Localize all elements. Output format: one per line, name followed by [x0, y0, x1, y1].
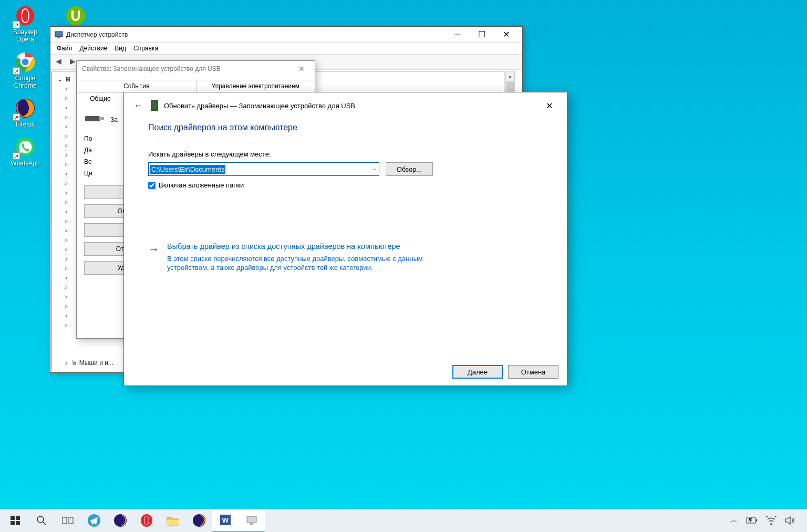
start-button[interactable]	[2, 509, 28, 532]
menu-view[interactable]: Вид	[115, 45, 126, 52]
arrow-right-icon: →	[148, 243, 160, 273]
desktop-icon-opera[interactable]: ↗ Браузер Opera	[4, 4, 46, 43]
taskbar-app-opera[interactable]	[133, 509, 160, 532]
svg-point-2	[22, 9, 28, 22]
menu-help[interactable]: Справка	[133, 45, 158, 52]
tree-node-mouse[interactable]: 🖱 Мыши и и...	[57, 358, 113, 368]
menu-file[interactable]: Файл	[57, 45, 73, 52]
wizard-heading: Поиск драйверов на этом компьютере	[148, 123, 543, 132]
search-location-label: Искать драйверы в следующем месте:	[148, 150, 543, 158]
task-view-icon	[62, 516, 74, 525]
word-icon: W	[219, 513, 232, 527]
svg-rect-16	[16, 516, 20, 520]
svg-rect-28	[167, 520, 179, 525]
desktop-icon-firefox[interactable]: ↗ Firefox	[4, 97, 46, 128]
opera-icon	[140, 514, 153, 527]
utorrent-icon	[64, 4, 87, 27]
windows-icon	[11, 516, 20, 525]
svg-point-29	[193, 514, 205, 527]
svg-rect-21	[63, 517, 67, 524]
svg-rect-35	[756, 519, 757, 521]
desktop-icon-chrome[interactable]: ↗ Google Chrome	[4, 50, 46, 89]
svg-point-8	[66, 6, 85, 25]
wizard-body: Поиск драйверов на этом компьютере Искат…	[124, 119, 567, 358]
include-subfolders-input[interactable]	[148, 182, 156, 189]
cancel-button[interactable]: Отмена	[508, 365, 558, 379]
chip-icon	[149, 99, 160, 112]
props-titlebar[interactable]: Свойства: Запоминающее устройство для US…	[77, 61, 315, 77]
pick-from-list-option[interactable]: → Выбрать драйвер из списка доступных др…	[148, 242, 442, 273]
svg-rect-10	[57, 37, 60, 38]
svg-rect-9	[55, 32, 63, 37]
props-title: Свойства: Запоминающее устройство для US…	[82, 65, 294, 72]
menu-action[interactable]: Действие	[80, 45, 108, 52]
desktop-icon-whatsapp[interactable]: ↗ WhatsApp	[4, 135, 46, 167]
firefox-icon	[192, 514, 206, 527]
option-description: В этом списке перечисляются все доступны…	[167, 254, 442, 273]
maximize-button[interactable]: ☐	[470, 27, 494, 43]
update-driver-wizard: ← Обновить драйверы — Запоминающее устро…	[123, 92, 567, 386]
shortcut-arrow-icon: ↗	[13, 67, 20, 75]
svg-rect-14	[153, 103, 157, 109]
toolbar-back-button[interactable]: ⯇	[53, 56, 65, 68]
chevron-down-icon[interactable]: ⌄	[372, 165, 377, 172]
driver-path-value: C:\Users\Eir\Documents	[150, 165, 225, 174]
next-button[interactable]: Далее	[452, 365, 503, 379]
taskbar-app-firefox-2[interactable]	[186, 509, 212, 532]
devmgr-titlebar[interactable]: Диспетчер устройств ─ ☐ ✕	[50, 27, 522, 43]
show-desktop-button[interactable]	[802, 509, 805, 532]
chrome-icon: ↗	[14, 50, 37, 74]
close-button[interactable]: ✕	[494, 27, 518, 43]
browse-button[interactable]: Обзор...	[386, 162, 433, 176]
folder-icon	[166, 514, 180, 527]
tab-events[interactable]: События	[77, 80, 196, 92]
system-tray: ︿	[723, 516, 802, 525]
taskbar-app-devmgmt[interactable]	[239, 509, 265, 532]
taskbar-app-explorer[interactable]	[160, 509, 186, 532]
taskbar-app-word[interactable]: W	[212, 509, 239, 532]
shortcut-arrow-icon: ↗	[13, 152, 20, 160]
taskbar-app-telegram[interactable]	[81, 509, 107, 532]
option-title: Выбрать драйвер из списка доступных драй…	[167, 242, 442, 252]
wizard-footer: Далее Отмена	[124, 358, 567, 385]
search-button[interactable]	[28, 509, 55, 532]
desktop-icon-utorrent[interactable]	[55, 4, 97, 27]
wifi-icon[interactable]	[766, 516, 777, 525]
svg-rect-33	[250, 523, 253, 525]
firefox-icon: ↗	[14, 97, 37, 120]
task-view-button[interactable]	[55, 509, 81, 532]
svg-point-24	[114, 514, 127, 527]
wizard-header: ← Обновить драйверы — Запоминающее устро…	[124, 92, 567, 119]
driver-path-combobox[interactable]: C:\Users\Eir\Documents ⌄	[148, 162, 379, 176]
desktop-icon-label: WhatsApp	[11, 160, 39, 167]
taskbar-app-firefox[interactable]	[107, 509, 133, 532]
desktop-icon-label: Браузер Opera	[4, 28, 46, 43]
desktop-icon-label: Google Chrome	[4, 75, 46, 89]
props-close-button[interactable]: ✕	[294, 65, 309, 73]
svg-text:W: W	[222, 516, 229, 524]
svg-point-19	[37, 516, 44, 523]
include-subfolders-label: Включая вложенные папки	[159, 181, 244, 189]
svg-rect-18	[16, 521, 20, 525]
firefox-icon	[113, 514, 127, 527]
wizard-close-button[interactable]: ✕	[539, 98, 560, 113]
wizard-title: Обновить драйверы — Запоминающее устройс…	[164, 102, 539, 110]
device-name-label: За	[110, 116, 118, 123]
include-subfolders-checkbox[interactable]: Включая вложенные папки	[148, 181, 543, 189]
desktop-icon-label: Firefox	[16, 121, 35, 128]
tab-general[interactable]: Общие	[77, 92, 124, 105]
desktop-icons: ↗ Браузер Opera ↗ Google Chrome ↗ Firefo…	[4, 4, 46, 167]
svg-rect-11	[85, 116, 100, 121]
opera-icon: ↗	[14, 4, 37, 27]
battery-icon[interactable]	[746, 517, 758, 524]
svg-line-20	[43, 522, 46, 525]
whatsapp-icon: ↗	[14, 135, 37, 159]
tray-overflow-button[interactable]: ︿	[730, 516, 738, 525]
wizard-back-button[interactable]: ←	[131, 99, 145, 112]
tab-power[interactable]: Управление электропитанием	[196, 80, 316, 92]
volume-icon[interactable]	[785, 516, 794, 525]
telegram-icon	[87, 514, 101, 527]
scroll-up-icon[interactable]: ▲	[506, 71, 514, 81]
minimize-button[interactable]: ─	[446, 27, 470, 43]
devmgmt-icon	[245, 514, 258, 526]
